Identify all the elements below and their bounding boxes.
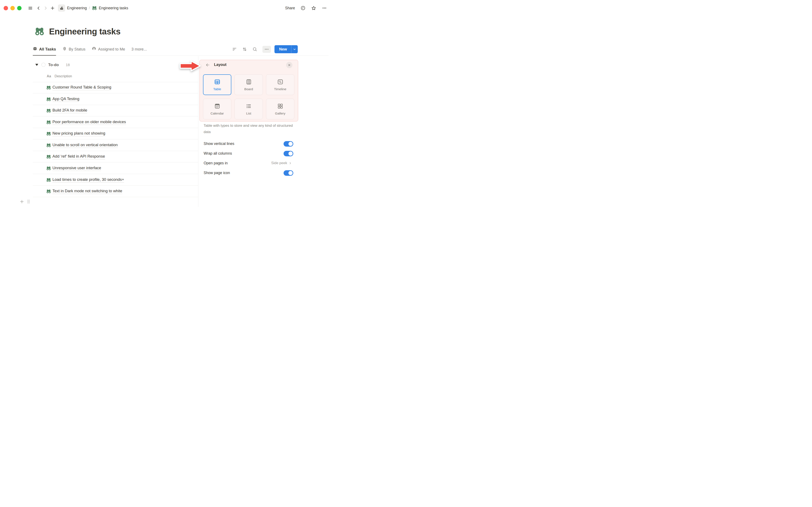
show-vertical-lines-toggle[interactable] <box>284 141 293 147</box>
status-traffic-light-icon <box>62 47 67 52</box>
tab-all-tasks[interactable]: All Tasks <box>33 43 56 56</box>
list-layout-icon <box>246 103 252 109</box>
task-title[interactable]: Unable to scroll on vertical orientation <box>52 143 118 148</box>
tab-assigned-to-me[interactable]: Assigned to Me <box>92 43 125 56</box>
layout-option-gallery[interactable]: Gallery <box>266 99 294 119</box>
group-name[interactable]: To-do <box>48 62 59 67</box>
gallery-layout-icon <box>277 103 284 109</box>
new-split-button: New <box>274 45 298 53</box>
task-title[interactable]: App QA Testing <box>52 97 79 102</box>
table-row[interactable]: Unresponsive user interface <box>33 163 198 174</box>
task-binoculars-icon <box>46 97 51 102</box>
new-dropdown-chevron-icon[interactable] <box>291 45 298 53</box>
breadcrumb-separator: / <box>89 6 90 10</box>
table-row[interactable]: Unable to scroll on vertical orientation <box>33 139 198 151</box>
table-row[interactable]: Load times to create profile, 30 seconds… <box>33 174 198 186</box>
timeline-layout-icon <box>277 78 284 85</box>
table-row[interactable]: Build 2FA for mobile <box>33 105 198 116</box>
chevron-right-icon[interactable] <box>289 161 292 166</box>
layout-option-table[interactable]: Table <box>203 74 231 95</box>
group-count: 18 <box>66 63 70 67</box>
table-row[interactable]: Customer Round Table & Scoping <box>33 82 198 93</box>
filter-icon[interactable] <box>232 47 237 52</box>
tab-by-status[interactable]: By Status <box>62 43 86 56</box>
table-layout-icon <box>214 78 220 85</box>
task-title[interactable]: Add ‘ref’ field in API Response <box>52 154 105 159</box>
setting-open-pages-in-label: Open pages in <box>204 161 228 165</box>
tab-label: Assigned to Me <box>98 47 125 52</box>
search-icon[interactable] <box>252 47 257 52</box>
layout-option-timeline[interactable]: Timeline <box>266 74 294 95</box>
new-page-icon[interactable] <box>50 6 55 11</box>
setting-wrap-all-columns-label: Wrap all columns <box>204 151 232 156</box>
task-binoculars-icon <box>46 189 51 194</box>
updates-clock-icon[interactable] <box>301 5 306 11</box>
open-pages-in-value[interactable]: Side peek <box>262 161 287 165</box>
layout-option-calendar[interactable]: Calendar <box>203 99 231 119</box>
back-icon[interactable] <box>36 6 41 11</box>
table-row[interactable]: New pricing plans not showing <box>33 128 198 139</box>
sort-icon[interactable] <box>242 47 247 52</box>
layout-option-label: Gallery <box>275 112 285 115</box>
layout-option-board[interactable]: Board <box>235 74 263 95</box>
board-layout-icon <box>246 78 252 85</box>
new-button[interactable]: New <box>274 45 291 53</box>
traffic-light-zoom[interactable] <box>17 6 21 10</box>
titlebar: Engineering / Engineering tasks Share <box>0 0 332 16</box>
row-tools <box>19 199 31 204</box>
page-header: Engineering tasks <box>35 26 120 36</box>
layout-option-list[interactable]: List <box>235 99 263 119</box>
setting-show-vertical-lines-label: Show vertical lines <box>204 142 234 146</box>
share-button[interactable]: Share <box>285 6 295 10</box>
table-row[interactable]: Add ‘ref’ field in API Response <box>33 151 198 162</box>
more-options-icon[interactable] <box>322 5 327 11</box>
calendar-layout-icon <box>214 103 220 109</box>
drag-handle-icon[interactable] <box>26 199 31 204</box>
task-title[interactable]: Poor performance on older mobile devices <box>52 120 126 125</box>
globe-icon <box>33 47 37 52</box>
setting-show-page-icon-label: Show page icon <box>204 171 230 175</box>
text-property-type-icon: Aa <box>47 74 51 78</box>
group-collapse-triangle-icon[interactable] <box>35 64 38 66</box>
task-title[interactable]: Load times to create profile, 30 seconds… <box>52 177 124 182</box>
panel-back-icon[interactable] <box>205 62 210 68</box>
task-binoculars-icon <box>46 108 51 113</box>
forward-icon[interactable] <box>43 6 48 11</box>
breadcrumb-workspace[interactable]: Engineering <box>67 6 87 10</box>
task-binoculars-icon <box>46 166 51 171</box>
add-row-plus-icon[interactable] <box>19 199 24 204</box>
column-header-description[interactable]: Description <box>55 74 72 78</box>
annotation-arrow-icon <box>180 60 201 72</box>
task-title[interactable]: Customer Round Table & Scoping <box>52 85 111 90</box>
view-more-icon[interactable] <box>262 46 271 53</box>
binoculars-icon <box>92 6 97 11</box>
breadcrumb-page[interactable]: Engineering tasks <box>99 6 128 10</box>
page-icon-binoculars[interactable] <box>35 26 44 36</box>
traffic-light-close[interactable] <box>4 6 8 10</box>
favorite-star-icon[interactable] <box>311 5 316 11</box>
view-controls: New <box>232 45 298 54</box>
table-row[interactable]: Poor performance on older mobile devices <box>33 117 198 128</box>
show-page-icon-toggle[interactable] <box>284 170 293 176</box>
task-title[interactable]: Unresponsive user interface <box>52 166 101 171</box>
person-icon <box>92 47 96 52</box>
tab-label: All Tasks <box>39 47 56 52</box>
tab-more-views[interactable]: 3 more... <box>132 43 147 56</box>
task-title[interactable]: Text in Dark mode not switching to white <box>52 189 122 194</box>
task-binoculars-icon <box>46 143 51 148</box>
task-binoculars-icon <box>46 178 51 182</box>
wrap-all-columns-toggle[interactable] <box>284 151 293 156</box>
task-title[interactable]: New pricing plans not showing <box>52 131 105 136</box>
table-row[interactable]: Text in Dark mode not switching to white <box>33 186 198 197</box>
tab-label: 3 more... <box>132 47 147 52</box>
table-row[interactable]: App QA Testing <box>33 94 198 105</box>
todo-status-circle-icon <box>42 63 45 67</box>
panel-close-icon[interactable] <box>286 62 293 68</box>
workspace-icon[interactable] <box>58 4 65 12</box>
task-title[interactable]: Build 2FA for mobile <box>52 108 87 113</box>
layout-option-label: Timeline <box>274 87 286 91</box>
sidebar-menu-icon[interactable] <box>28 6 33 11</box>
panel-title: Layout <box>214 62 226 67</box>
task-binoculars-icon <box>46 86 51 90</box>
traffic-light-minimize[interactable] <box>10 6 15 10</box>
